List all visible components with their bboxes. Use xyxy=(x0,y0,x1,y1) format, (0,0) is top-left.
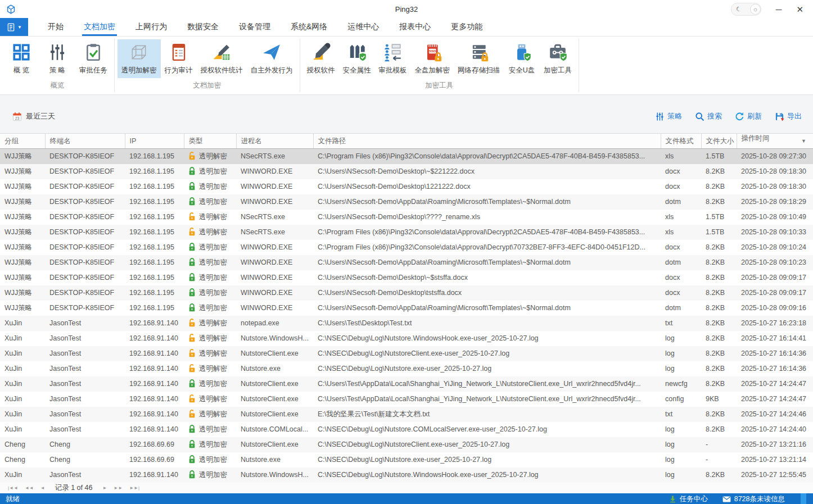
last-page-button[interactable]: ►►| xyxy=(129,485,139,491)
column-header-3[interactable]: 类型 xyxy=(184,134,236,149)
cell-ip: 192.168.1.195 xyxy=(125,301,184,316)
column-header-8[interactable]: 操作时间▼ xyxy=(737,134,813,149)
column-header-2[interactable]: IP xyxy=(125,134,184,149)
app-menu-button[interactable]: ▼ xyxy=(0,18,28,36)
cell-format: log xyxy=(661,361,701,376)
prev-page-button[interactable]: ◄ xyxy=(40,485,45,491)
table-row[interactable]: XuJinJasonTest192.168.91.140透明加密Nutstore… xyxy=(0,422,813,437)
cell-terminal: DESKTOP-K85IEOF xyxy=(45,240,125,255)
table-row[interactable]: WJJ策略DESKTOP-K85IEOF192.168.1.195透明加密WIN… xyxy=(0,164,813,179)
authorized-software-button[interactable]: 授权软件 xyxy=(303,39,339,78)
column-header-7[interactable]: 文件大小 xyxy=(701,134,737,149)
table-row[interactable]: WJJ策略DESKTOP-K85IEOF192.168.1.195透明加密WIN… xyxy=(0,301,813,316)
table-row[interactable]: XuJinJasonTest192.168.91.140透明加密Nutstore… xyxy=(0,376,813,392)
cell-time: 2025-10-28 09:18:29 xyxy=(737,194,813,210)
column-header-0[interactable]: 分组 xyxy=(0,134,45,149)
behavior-audit-button[interactable]: 行为审计 xyxy=(161,39,197,78)
tab-start[interactable]: 开始 xyxy=(48,18,64,36)
self-outgoing-behavior-button[interactable]: 自主外发行为 xyxy=(247,39,297,78)
cell-format: log xyxy=(661,437,701,452)
task-center-button[interactable]: 任务中心 xyxy=(669,494,708,504)
cell-process: WINWORD.EXE xyxy=(236,270,313,285)
lock-closed-icon xyxy=(188,425,196,433)
next-page-button[interactable]: ► xyxy=(102,485,107,491)
unread-messages-button[interactable]: 8728条未读信息 xyxy=(722,494,785,504)
ribbon-button-label: 安全U盘 xyxy=(509,66,535,75)
table-row[interactable]: XuJinJasonTest192.168.91.140透明加密Nutstore… xyxy=(0,467,813,483)
download-arrow-icon xyxy=(669,495,676,503)
table-row[interactable]: WJJ策略DESKTOP-K85IEOF192.168.1.195透明加密WIN… xyxy=(0,240,813,255)
table-row[interactable]: XuJinJasonTest192.168.91.140透明解密Nutstore… xyxy=(0,331,813,346)
column-header-6[interactable]: 文件格式 xyxy=(661,134,701,149)
prev-group-button[interactable]: ◄◄ xyxy=(25,485,34,491)
table-row[interactable]: WJJ策略DESKTOP-K85IEOF192.168.1.195透明解密NSe… xyxy=(0,210,813,225)
table-row[interactable]: WJJ策略DESKTOP-K85IEOF192.168.1.195透明加密WIN… xyxy=(0,194,813,210)
table-row[interactable]: WJJ策略DESKTOP-K85IEOF192.168.1.195透明加密WIN… xyxy=(0,255,813,270)
table-row[interactable]: XuJinJasonTest192.168.91.140透明解密Nutstore… xyxy=(0,392,813,407)
tab-ops-center[interactable]: 运维中心 xyxy=(347,18,379,36)
full-disk-encrypt-decrypt-button[interactable]: SSD全盘加解密 xyxy=(411,39,454,78)
theme-toggle[interactable]: ☾ ☼ xyxy=(731,3,761,16)
cell-type: 透明加密 xyxy=(184,194,236,210)
table-row[interactable]: XuJinJasonTest192.168.91.140透明解密Nutstore… xyxy=(0,407,813,422)
unread-messages-label: 8728条未读信息 xyxy=(734,494,785,504)
approval-template-button[interactable]: 审批模板 xyxy=(375,39,411,78)
lock-closed-icon xyxy=(188,182,196,190)
sort-caret-icon[interactable]: ▼ xyxy=(801,134,806,148)
tab-internet-behavior[interactable]: 上网行为 xyxy=(136,18,167,36)
table-row[interactable]: WJJ策略DESKTOP-K85IEOF192.168.1.195透明解密NSe… xyxy=(0,149,813,164)
cell-format: docx xyxy=(661,164,701,179)
table-row[interactable]: WJJ策略DESKTOP-K85IEOF192.168.1.195透明解密NSe… xyxy=(0,225,813,240)
cell-process: Nutstore.WindowsH... xyxy=(236,331,313,346)
cell-ip: 192.168.69.69 xyxy=(125,452,184,467)
refresh-button[interactable]: 刷新 xyxy=(735,111,762,121)
table-row[interactable]: XuJinJasonTest192.168.91.140透明解密Nutstore… xyxy=(0,361,813,376)
date-range-filter[interactable]: 23 最近三天 xyxy=(12,111,55,121)
table-row[interactable]: XuJinJasonTest192.168.91.140透明解密notepad.… xyxy=(0,316,813,331)
ribbon-group-2: 授权软件安全属性审批模板SSD全盘加解密网络存储扫描安全U盘加密工具加密工具 xyxy=(303,37,576,94)
column-header-4[interactable]: 进程名 xyxy=(236,134,313,149)
security-attributes-button[interactable]: 安全属性 xyxy=(339,39,375,78)
authorized-software-stats-button[interactable]: 授权软件统计 xyxy=(197,39,247,78)
cell-format: dotm xyxy=(661,301,701,316)
table-row[interactable]: ChengCheng192.168.69.69透明加密NutstoreClien… xyxy=(0,437,813,452)
transparent-encrypt-decrypt-button[interactable]: 透明加解密 xyxy=(118,39,161,78)
policy-button[interactable]: 策略 xyxy=(655,111,682,121)
cell-time: 2025-10-28 09:10:23 xyxy=(737,255,813,270)
minimize-button[interactable]: ─ xyxy=(776,5,782,13)
cell-ip: 192.168.69.69 xyxy=(125,437,184,452)
table-row[interactable]: WJJ策略DESKTOP-K85IEOF192.168.1.195透明加密WIN… xyxy=(0,179,813,194)
tab-data-security[interactable]: 数据安全 xyxy=(187,18,219,36)
close-button[interactable]: ✕ xyxy=(796,5,803,13)
search-button[interactable]: 搜索 xyxy=(695,111,722,121)
cell-type: 透明解密 xyxy=(184,149,236,164)
ribbon-group-separator xyxy=(114,39,115,92)
cell-size: 8.2KB xyxy=(701,467,737,483)
ribbon-group-0: 概 览策 略审批任务概览 xyxy=(3,37,111,94)
tab-system-network[interactable]: 系统&网络 xyxy=(291,18,327,36)
table-row[interactable]: WJJ策略DESKTOP-K85IEOF192.168.1.195透明加密WIN… xyxy=(0,270,813,285)
column-header-5[interactable]: 文件路径 xyxy=(313,134,661,149)
export-button[interactable]: 导出 xyxy=(775,111,802,121)
tab-more-features[interactable]: 更多功能 xyxy=(451,18,482,36)
lock-open-icon xyxy=(188,212,196,221)
secure-usb-button[interactable]: 安全U盘 xyxy=(504,39,540,78)
cell-ip: 192.168.1.195 xyxy=(125,240,184,255)
tab-doc-encryption[interactable]: 文档加密 xyxy=(84,18,115,36)
tab-report-center[interactable]: 报表中心 xyxy=(399,18,431,36)
ribbon-button-label: 安全属性 xyxy=(343,66,371,75)
approval-tasks-button[interactable]: 审批任务 xyxy=(75,39,111,78)
encryption-tools-button[interactable]: 加密工具 xyxy=(540,39,576,78)
network-storage-scan-button[interactable]: 网络存储扫描 xyxy=(454,39,504,78)
column-header-1[interactable]: 终端名 xyxy=(45,134,125,149)
policy-button[interactable]: 策 略 xyxy=(39,39,75,78)
overview-button[interactable]: 概 览 xyxy=(3,39,39,78)
next-group-button[interactable]: ►► xyxy=(114,485,123,491)
table-row[interactable]: XuJinJasonTest192.168.91.140透明解密Nutstore… xyxy=(0,346,813,361)
tab-device-management[interactable]: 设备管理 xyxy=(239,18,270,36)
cell-size: 8.2KB xyxy=(701,285,737,301)
table-row[interactable]: WJJ策略DESKTOP-K85IEOF192.168.1.195透明加密WIN… xyxy=(0,285,813,301)
table-row[interactable]: ChengCheng192.168.69.69透明加密Nutstore.exeC… xyxy=(0,452,813,467)
first-page-button[interactable]: |◄◄ xyxy=(8,485,18,491)
cell-time: 2025-10-27 14:24:46 xyxy=(737,407,813,422)
